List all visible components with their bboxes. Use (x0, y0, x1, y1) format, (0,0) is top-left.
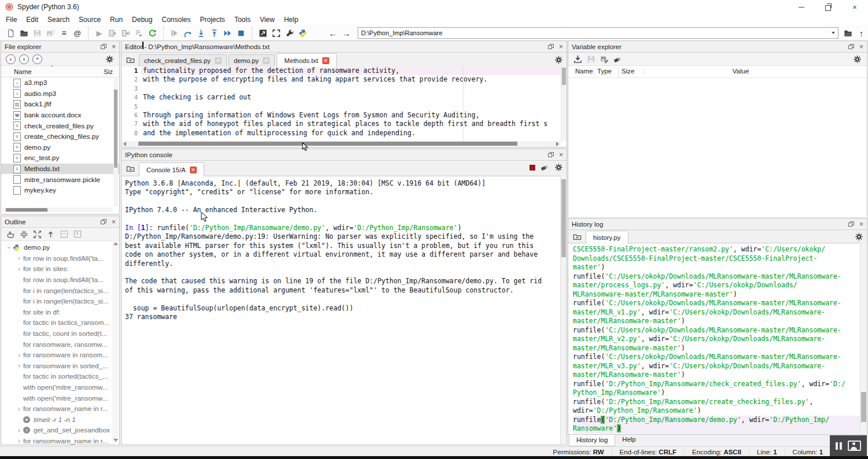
menu-run[interactable]: Run (105, 14, 127, 25)
rerun-last-script-icon[interactable] (146, 27, 159, 39)
file-row[interactable]: back1.jfif (1, 99, 119, 110)
menu-edit[interactable]: Edit (21, 14, 43, 25)
pause-icon[interactable] (836, 442, 842, 450)
menu-debug[interactable]: Debug (127, 14, 157, 25)
scroll-left-icon[interactable] (123, 142, 126, 146)
interrupt-kernel-icon[interactable] (529, 164, 535, 172)
column-size[interactable]: Size (621, 68, 634, 75)
symbol-finder-icon[interactable]: @ (71, 27, 84, 39)
file-row[interactable]: a3.mp3 (1, 77, 119, 88)
minimize-button[interactable] (788, 0, 815, 14)
editor-tab-methods-txt[interactable]: Methods.txt✕ (277, 53, 336, 67)
scrollbar-thumb[interactable] (561, 179, 566, 257)
column-type[interactable]: Type (597, 68, 612, 75)
file-row[interactable]: demo.py (1, 142, 119, 153)
outline-item[interactable]: with open('mitre_ransomw... (1, 393, 119, 404)
stop-debug-icon[interactable] (234, 27, 248, 39)
file-row[interactable]: audio.mp3 (1, 88, 119, 99)
console-tab[interactable]: Console 15/A ✕ (139, 162, 204, 176)
options-gear-icon[interactable] (103, 53, 116, 65)
pythonpath-manager-icon[interactable] (296, 27, 310, 39)
console-options-gear-icon[interactable] (554, 163, 563, 173)
undock-icon[interactable] (101, 44, 106, 49)
file-row[interactable]: mykey.key (1, 185, 119, 196)
undock-icon[interactable] (101, 219, 106, 224)
column-name[interactable]: Name (14, 68, 32, 75)
chevron-collapsed-icon[interactable]: › (15, 438, 23, 444)
close-pane-icon[interactable]: × (112, 219, 116, 225)
menu-tools[interactable]: Tools (230, 14, 255, 25)
fullscreen-icon[interactable] (270, 27, 283, 39)
save-file-icon[interactable] (31, 27, 44, 39)
browse-directory-icon[interactable] (841, 27, 855, 39)
go-to-cursor-icon[interactable] (4, 228, 17, 240)
outline-item[interactable]: ›for ransomware_name in r... (1, 436, 119, 447)
close-button[interactable]: × (841, 0, 868, 14)
run-file-icon[interactable]: ▶ (93, 27, 106, 39)
restore-button[interactable] (815, 0, 841, 14)
file-row[interactable]: check_created_files.py (1, 120, 119, 131)
close-pane-icon[interactable]: × (112, 43, 116, 50)
save-data-icon[interactable] (584, 53, 598, 65)
undock-icon[interactable] (848, 221, 854, 227)
file-switcher-icon[interactable]: ≡ (57, 27, 71, 39)
continue-execution-icon[interactable] (221, 27, 234, 39)
file-row[interactable]: enc_test.py (1, 153, 119, 164)
step-into-icon[interactable] (194, 27, 208, 39)
debug-file-icon[interactable] (168, 27, 181, 39)
chevron-collapsed-icon[interactable]: › (15, 406, 23, 412)
undock-icon[interactable] (548, 44, 554, 49)
outline-item[interactable]: for row in soup.findAll('ta... (1, 275, 119, 286)
editor-code-area[interactable]: 1functionality proposed for the detectio… (122, 66, 561, 141)
close-pane-icon[interactable]: × (559, 43, 563, 50)
chevron-collapsed-icon[interactable]: › (15, 427, 23, 434)
step-return-icon[interactable] (208, 27, 221, 39)
menu-source[interactable]: Source (74, 14, 105, 25)
file-row[interactable]: create_checking_files.py (1, 131, 119, 142)
file-row[interactable]: mitre_ransomware.pickle (1, 174, 119, 185)
scrollbar-thumb[interactable] (138, 142, 517, 146)
webcam-icon[interactable] (848, 441, 861, 451)
remove-all-icon[interactable] (611, 53, 624, 65)
menu-view[interactable]: View (255, 14, 279, 25)
outline-item[interactable]: ›for site in sites: (1, 264, 119, 275)
outline-item[interactable]: ›for row in soup.findAll('ta... (1, 253, 119, 264)
close-pane-icon[interactable]: × (859, 43, 863, 50)
outline-item[interactable]: ›for ransomware_name in r... (1, 404, 119, 414)
dock-tab-history-log[interactable]: History log (569, 435, 615, 446)
menu-help[interactable]: Help (279, 14, 303, 25)
outline-item[interactable]: ›for ransomware in sorted_... (1, 361, 119, 372)
close-tab-icon[interactable]: ✕ (190, 166, 197, 173)
browse-tabs-icon[interactable] (123, 162, 137, 175)
outline-scrollbar[interactable] (112, 240, 119, 443)
chevron-collapsed-icon[interactable]: › (15, 362, 23, 369)
close-tab-icon[interactable]: ✕ (263, 57, 270, 64)
expand-all-icon[interactable]: + (71, 228, 84, 240)
history-tab[interactable]: history.py (586, 231, 628, 243)
outline-item[interactable]: for ransomware, ransomw... (1, 339, 119, 350)
step-over-icon[interactable] (181, 27, 194, 39)
parent-directory-icon[interactable]: ↑ (855, 27, 868, 39)
menu-search[interactable]: Search (43, 14, 74, 25)
options-gear-icon[interactable] (851, 53, 864, 65)
file-row[interactable]: bank account.docx (1, 110, 119, 121)
file-row[interactable]: Methods.txt (1, 164, 119, 175)
parent-dir-icon[interactable]: ^ (31, 53, 44, 65)
collapse-all-icon[interactable]: − (57, 228, 71, 240)
expand-icon[interactable] (31, 228, 44, 240)
scroll-up-icon[interactable] (113, 242, 118, 245)
console-output[interactable]: Python 3.6.8 |Anaconda, Inc.| (default, … (122, 176, 560, 444)
chevron-collapsed-icon[interactable]: › (15, 352, 23, 358)
column-value[interactable]: Value (649, 68, 832, 75)
undock-icon[interactable] (848, 44, 854, 49)
browse-tabs-icon[interactable] (570, 230, 584, 243)
chevron-collapsed-icon[interactable]: › (15, 266, 23, 272)
menu-consoles[interactable]: Consoles (157, 14, 195, 25)
scroll-right-icon[interactable] (556, 142, 559, 146)
scrollbar-thumb[interactable] (562, 68, 566, 85)
clear-console-icon[interactable] (540, 163, 549, 173)
close-tab-icon[interactable]: ✕ (322, 57, 329, 64)
preferences-icon[interactable] (283, 27, 296, 39)
close-pane-icon[interactable]: × (559, 151, 563, 158)
run-cell-icon[interactable] (106, 27, 119, 39)
